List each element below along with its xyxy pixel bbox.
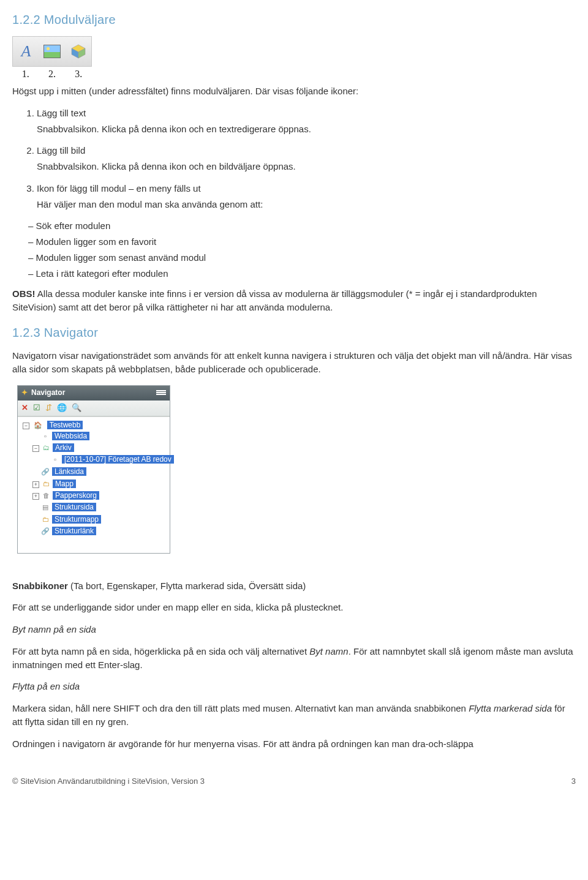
flytta-italic: Flytta markerad sida — [469, 703, 552, 713]
tree-item-strukturmapp[interactable]: 🗀Strukturmapp — [31, 514, 167, 525]
search-icon[interactable]: 🔍 — [72, 402, 81, 414]
section-heading-navigator: 1.2.3 Navigator — [12, 324, 576, 342]
step-1: Lägg till text Snabbvalsikon. Klicka på … — [37, 107, 576, 136]
collapse-icon[interactable]: − — [32, 445, 39, 452]
modulvaljare-intro: Högst upp i mitten (under adressfältet) … — [12, 85, 576, 98]
folder-icon: 🗀 — [41, 479, 51, 489]
modulvaljare-toolbar-figure: A 1. 2. 3. — [12, 36, 92, 81]
list-icon — [156, 389, 166, 397]
step-2-title: Lägg till bild — [37, 144, 576, 157]
step-3-title: Ikon för lägg till modul – en meny fälls… — [37, 182, 576, 195]
tree-root-label: Testwebb — [47, 421, 83, 429]
tree-item-papperskorg[interactable]: +🗑Papperskorg — [31, 490, 167, 502]
page-icon: ▫ — [50, 455, 60, 465]
move-icon[interactable]: ⇵ — [45, 402, 52, 414]
tree-item-struktursida[interactable]: ▤Struktursida — [31, 502, 167, 513]
bytnamn-heading: Byt namn på en sida — [12, 623, 576, 636]
step-2: Lägg till bild Snabbvalsikon. Klicka på … — [37, 144, 576, 173]
navigator-title: Navigator — [31, 388, 65, 398]
step-1-desc: Snabbvalsikon. Klicka på denna ikon och … — [37, 124, 311, 134]
flytta-heading: Flytta på en sida — [12, 680, 576, 693]
tree-label: Länksida — [52, 467, 86, 476]
tree-root[interactable]: − 🏠 Testwebb ▫Webbsida −🗂Arkiv ▫[2011-10… — [21, 419, 167, 538]
steps-list: Lägg till text Snabbvalsikon. Klicka på … — [12, 107, 576, 211]
page-footer: © SiteVision Användarutbildning i SiteVi… — [12, 776, 576, 788]
step-3: Ikon för lägg till modul – en meny fälls… — [37, 182, 576, 211]
obs-paragraph: OBS! Alla dessa moduler kanske inte finn… — [12, 287, 576, 314]
flytta-paragraph: Markera sidan, håll nere SHIFT och dra d… — [12, 702, 576, 729]
translate-icon[interactable]: 🌐 — [57, 402, 67, 414]
image-tool-icon — [42, 42, 62, 61]
plustecknet-line: För att se underliggande sidor under en … — [12, 601, 576, 614]
navigator-panel: ✦ Navigator ✕ ☑ ⇵ 🌐 🔍 − 🏠 Testwebb ▫Webb… — [17, 385, 170, 553]
structure-link-icon: 🔗 — [40, 527, 50, 536]
section-heading-modulvaljare: 1.2.2 Modulväljare — [12, 11, 576, 29]
footer-left: © SiteVision Användarutbildning i SiteVi… — [12, 776, 205, 788]
structure-folder-icon: 🗀 — [40, 515, 50, 525]
tree-label: Struktursida — [52, 503, 96, 511]
delete-icon[interactable]: ✕ — [21, 402, 28, 414]
tree-item-lanksida[interactable]: 🔗Länksida — [31, 466, 167, 478]
text-tool-icon: A — [16, 42, 36, 61]
navigator-titlebar: ✦ Navigator — [18, 386, 170, 400]
tree-label: [2011-10-07] Företaget AB redov — [62, 455, 174, 464]
flytta-text-1: Markera sidan, håll nere SHIFT och dra d… — [12, 703, 469, 713]
picture-icon — [43, 45, 61, 58]
expand-icon[interactable]: + — [32, 481, 39, 488]
snabbikoner-label: Snabbikoner — [12, 581, 68, 591]
star-icon: ✦ — [21, 388, 28, 398]
archive-icon: 🗂 — [41, 443, 51, 453]
step-2-desc: Snabbvalsikon. Klicka på denna ikon och … — [37, 161, 296, 171]
step-1-title: Lägg till text — [37, 107, 576, 120]
obs-label: OBS! — [12, 288, 36, 299]
bullet-4: Leta i rätt kategori efter modulen — [39, 267, 576, 280]
bullet-2: Modulen ligger som en favorit — [39, 235, 576, 249]
module-bullets: Sök efter modulen Modulen ligger som en … — [12, 219, 576, 280]
footer-page-number: 3 — [571, 776, 576, 788]
toolbar-label-3: 3. — [75, 67, 82, 81]
bullet-1: Sök efter modulen — [39, 219, 576, 233]
page-icon: ▫ — [40, 432, 50, 442]
home-icon: 🏠 — [33, 421, 43, 431]
snabbikoner-paren: (Ta bort, Egenskaper, Flytta markerad si… — [68, 581, 306, 591]
bullet-3: Modulen ligger som senast använd modul — [39, 251, 576, 265]
tree-item-arkiv-child[interactable]: ▫[2011-10-07] Företaget AB redov — [41, 454, 167, 465]
properties-icon[interactable]: ☑ — [33, 402, 40, 414]
cube-icon — [70, 43, 86, 59]
link-icon: 🔗 — [40, 467, 50, 477]
navigator-tree: − 🏠 Testwebb ▫Webbsida −🗂Arkiv ▫[2011-10… — [18, 416, 170, 553]
structure-page-icon: ▤ — [40, 503, 50, 513]
tree-item-mapp[interactable]: +🗀Mapp — [31, 478, 167, 490]
tree-label: Strukturlänk — [52, 527, 96, 535]
toolbar-label-2: 2. — [48, 67, 56, 81]
toolbar-label-1: 1. — [22, 67, 29, 81]
module-tool-icon — [69, 42, 88, 61]
step-3-desc: Här väljer man den modul man ska använda… — [37, 199, 263, 209]
toolbar-labels: 1. 2. 3. — [12, 67, 92, 81]
ordning-paragraph: Ordningen i navigatorn är avgörande för … — [12, 737, 576, 751]
snabbikoner-line: Snabbikoner (Ta bort, Egenskaper, Flytta… — [12, 579, 576, 593]
navigator-toolbar: ✕ ☑ ⇵ 🌐 🔍 — [18, 401, 170, 416]
bytnamn-italic: Byt namn — [309, 646, 348, 656]
obs-text: Alla dessa moduler kanske inte finns i e… — [12, 288, 537, 312]
collapse-icon[interactable]: − — [23, 423, 29, 429]
tree-item-webbsida[interactable]: ▫Webbsida — [31, 431, 167, 442]
trash-icon: 🗑 — [41, 491, 51, 501]
tree-label: Strukturmapp — [52, 515, 101, 524]
tree-item-strukturlank[interactable]: 🔗Strukturlänk — [31, 525, 167, 537]
bytnamn-text-1: För att byta namn på en sida, högerklick… — [12, 646, 309, 656]
toolbar-row: A — [12, 36, 92, 67]
tree-label: Mapp — [53, 479, 76, 488]
tree-label: Arkiv — [53, 443, 74, 452]
tree-item-arkiv[interactable]: −🗂Arkiv ▫[2011-10-07] Företaget AB redov — [31, 442, 167, 466]
tree-label: Papperskorg — [53, 491, 99, 500]
bytnamn-paragraph: För att byta namn på en sida, högerklick… — [12, 645, 576, 672]
expand-icon[interactable]: + — [32, 493, 39, 500]
tree-label: Webbsida — [52, 432, 89, 440]
navigator-intro: Navigatorn visar navigationsträdet som a… — [12, 349, 576, 376]
